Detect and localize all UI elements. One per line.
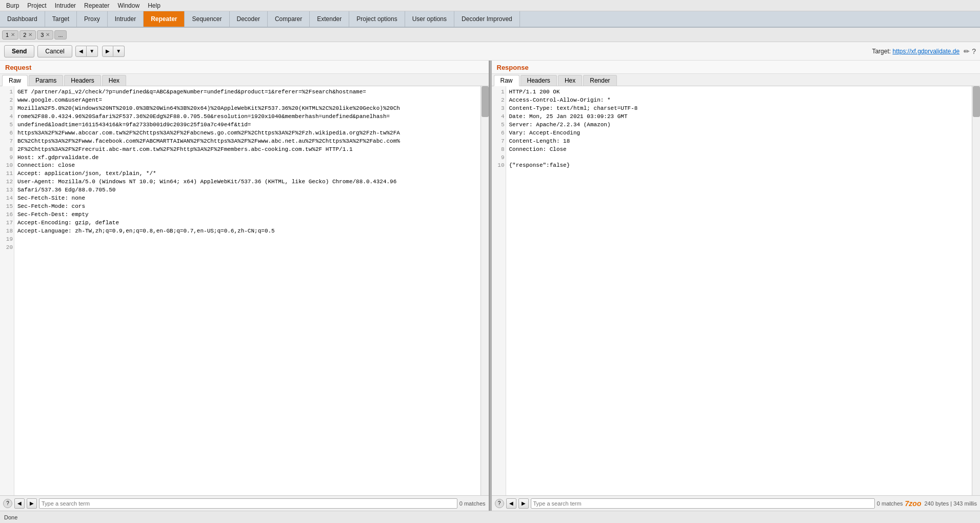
response-line-numbers: 12345678910 (492, 86, 506, 495)
main-tab-bar: Dashboard Target Proxy Intruder Repeater… (0, 11, 980, 28)
menu-burp[interactable]: Burp (2, 1, 23, 10)
request-panel: Request Raw Params Headers Hex 123456789… (0, 61, 490, 511)
response-search-bar: ? ◀ ▶ 0 matches 7zoo 240 bytes | 343 mil… (492, 495, 981, 511)
tab-dashboard[interactable]: Dashboard (0, 11, 45, 27)
response-scrollbar-thumb[interactable] (973, 86, 980, 117)
request-search-help-icon[interactable]: ? (3, 499, 12, 508)
repeater-tab-2[interactable]: 2 ✕ (19, 30, 36, 40)
request-content[interactable]: GET /partner/api_v2/check/?p=undefined&q… (14, 86, 481, 495)
cancel-button[interactable]: Cancel (37, 45, 72, 57)
response-search-help-icon[interactable]: ? (495, 499, 504, 508)
send-button[interactable]: Send (4, 45, 34, 57)
close-tab-2-icon[interactable]: ✕ (28, 32, 32, 37)
tab-target[interactable]: Target (45, 11, 77, 27)
main-area: Request Raw Params Headers Hex 123456789… (0, 61, 980, 511)
tab-user-options[interactable]: User options (405, 11, 454, 27)
request-search-next-button[interactable]: ▶ (27, 498, 37, 509)
request-matches-label: 0 matches (459, 500, 486, 507)
response-search-input[interactable] (531, 498, 875, 509)
response-panel-header: Response (492, 61, 981, 74)
request-scrollbar-thumb[interactable] (482, 86, 489, 117)
request-tab-raw[interactable]: Raw (2, 75, 28, 86)
request-search-prev-button[interactable]: ◀ (14, 498, 25, 509)
request-panel-header: Request (0, 61, 489, 74)
target-icons: ✏ ? (964, 47, 976, 55)
response-matches-label: 0 matches (877, 500, 903, 507)
close-tab-1-icon[interactable]: ✕ (11, 32, 15, 37)
repeater-tab-bar: 1 ✕ 2 ✕ 3 ✕ ... (0, 28, 980, 42)
nav-back-button[interactable]: ◀ (75, 46, 87, 57)
tab-comparer[interactable]: Comparer (268, 11, 310, 27)
nav-arrows-forward: ▶ ▼ (102, 46, 125, 57)
repeater-tab-new[interactable]: ... (54, 30, 66, 40)
request-tab-hex[interactable]: Hex (102, 75, 126, 86)
tab-extender[interactable]: Extender (310, 11, 349, 27)
request-search-bar: ? ◀ ▶ 0 matches (0, 495, 489, 511)
nav-forward-button[interactable]: ▶ (102, 46, 113, 57)
response-size-info: 240 bytes | 343 millis (924, 500, 977, 507)
tab-proxy[interactable]: Proxy (77, 11, 108, 27)
tab-project-options[interactable]: Project options (349, 11, 405, 27)
response-search-next-button[interactable]: ▶ (518, 498, 529, 509)
menu-project[interactable]: Project (23, 1, 50, 10)
help-target-icon[interactable]: ? (972, 47, 976, 55)
menu-bar: Burp Project Intruder Repeater Window He… (0, 0, 980, 11)
response-tab-headers[interactable]: Headers (521, 75, 557, 86)
repeater-tab-3[interactable]: 3 ✕ (37, 30, 53, 40)
edit-target-icon[interactable]: ✏ (964, 47, 970, 55)
burp-logo: 7zoo (905, 499, 922, 508)
request-sub-tabs: Raw Params Headers Hex (0, 74, 489, 86)
response-sub-tabs: Raw Headers Hex Render (492, 74, 981, 86)
tab-decoder-improved[interactable]: Decoder Improved (454, 11, 520, 27)
response-scrollbar[interactable] (972, 86, 980, 495)
tab-repeater[interactable]: Repeater (144, 11, 185, 27)
response-tab-raw[interactable]: Raw (494, 75, 519, 86)
response-tab-hex[interactable]: Hex (558, 75, 582, 86)
response-panel: Response Raw Headers Hex Render 12345678… (492, 61, 981, 511)
toolbar: Send Cancel ◀ ▼ ▶ ▼ Target: https://xf.g… (0, 42, 980, 61)
tab-decoder[interactable]: Decoder (230, 11, 268, 27)
menu-intruder[interactable]: Intruder (51, 1, 80, 10)
menu-repeater[interactable]: Repeater (80, 1, 113, 10)
request-scrollbar[interactable] (481, 86, 489, 495)
request-tab-params[interactable]: Params (29, 75, 63, 86)
tab-sequencer[interactable]: Sequencer (185, 11, 229, 27)
status-done-label: Done (4, 514, 17, 520)
request-tab-headers[interactable]: Headers (64, 75, 101, 86)
menu-window[interactable]: Window (113, 1, 144, 10)
tab-intruder[interactable]: Intruder (108, 11, 144, 27)
repeater-tab-1[interactable]: 1 ✕ (2, 30, 18, 40)
request-line-numbers: 1234567891011121314151617181920 (0, 86, 14, 495)
target-url[interactable]: https://xf.gdprvalidate.de (892, 48, 959, 55)
target-label: Target: https://xf.gdprvalidate.de (872, 48, 959, 55)
response-search-prev-button[interactable]: ◀ (506, 498, 516, 509)
nav-arrows-back: ◀ ▼ (75, 46, 98, 57)
request-search-input[interactable] (39, 498, 457, 509)
status-bar: Done (0, 511, 980, 523)
nav-forward-dropdown-button[interactable]: ▼ (113, 46, 125, 57)
menu-help[interactable]: Help (144, 1, 165, 10)
nav-back-dropdown-button[interactable]: ▼ (87, 46, 98, 57)
close-tab-3-icon[interactable]: ✕ (46, 32, 50, 37)
response-tab-render[interactable]: Render (583, 75, 616, 86)
response-content[interactable]: HTTP/1.1 200 OK Access-Control-Allow-Ori… (506, 86, 972, 495)
